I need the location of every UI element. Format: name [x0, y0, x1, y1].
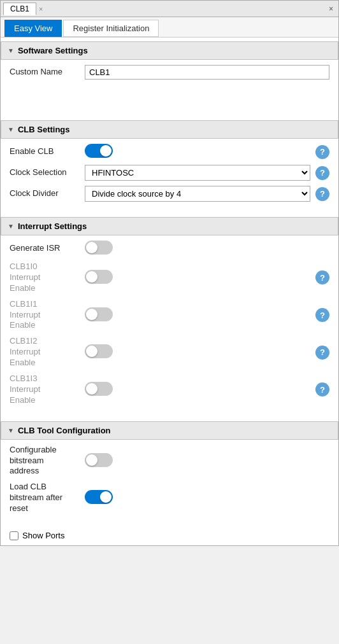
clb1i2-toggle[interactable] — [85, 344, 113, 358]
clb1i0-slider[interactable] — [85, 270, 113, 284]
clb1i1-toggle-wrap — [85, 307, 113, 321]
enable-clb-control — [85, 144, 310, 160]
custom-name-label: Custom Name — [10, 67, 80, 78]
clb1i3-label: CLB1I3InterruptEnable — [10, 374, 80, 406]
software-settings-arrow[interactable]: ▼ — [8, 47, 14, 54]
custom-name-row: Custom Name — [10, 65, 329, 80]
title-close-x[interactable]: × — [39, 5, 43, 13]
clb1i0-control — [85, 270, 310, 286]
content-area: ▼ Software Settings Custom Name ▼ CLB Se… — [1, 41, 338, 545]
clb1i3-row: CLB1I3InterruptEnable ? — [10, 374, 329, 406]
clb-settings-body: Enable CLB ? Clock Selection HFINTO — [1, 139, 338, 213]
enable-clb-toggle[interactable] — [85, 144, 113, 158]
clb1i1-slider[interactable] — [85, 307, 113, 321]
clb1i3-slider[interactable] — [85, 382, 113, 396]
clb1i3-control — [85, 382, 310, 398]
configurable-bitstream-label: Configurablebitstreamaddress — [10, 445, 80, 477]
configurable-bitstream-toggle[interactable] — [85, 453, 113, 467]
clb1i0-row: CLB1I0InterruptEnable ? — [10, 262, 329, 294]
clb-settings-arrow[interactable]: ▼ — [8, 126, 14, 133]
software-settings-title: Software Settings — [18, 46, 88, 55]
enable-clb-help[interactable]: ? — [315, 145, 329, 159]
generate-isr-toggle-wrap — [85, 241, 113, 255]
custom-name-control — [85, 65, 329, 80]
show-ports-label[interactable]: Show Ports — [22, 531, 64, 540]
configurable-bitstream-slider[interactable] — [85, 453, 113, 467]
title-tab[interactable]: CLB1 — [3, 3, 36, 15]
clb-settings-title: CLB Settings — [18, 125, 70, 134]
clb1i2-control — [85, 344, 310, 360]
tab-easy-view[interactable]: Easy View — [4, 20, 62, 37]
show-ports-row: Show Ports — [1, 526, 338, 545]
enable-clb-label: Enable CLB — [10, 146, 80, 157]
clock-selection-label: Clock Selection — [10, 167, 80, 178]
configurable-bitstream-row: Configurablebitstreamaddress — [10, 445, 329, 477]
clock-selection-row: Clock Selection HFINTOSC LFINTOSC FOSC M… — [10, 165, 329, 181]
clb1i3-toggle-wrap — [85, 382, 113, 396]
clb1i3-toggle[interactable] — [85, 382, 113, 396]
clb-settings-header: ▼ CLB Settings — [1, 120, 338, 139]
window-close-button[interactable]: × — [326, 4, 336, 13]
software-settings-body: Custom Name — [1, 60, 338, 116]
title-bar: CLB1 × × — [1, 1, 338, 17]
generate-isr-control — [85, 241, 329, 256]
generate-isr-row: Generate ISR — [10, 241, 329, 256]
clock-selection-select[interactable]: HFINTOSC LFINTOSC FOSC MFINTOSC — [85, 165, 310, 181]
interrupt-settings-body: Generate ISR CLB1I0InterruptEnable — [1, 235, 338, 417]
show-ports-checkbox[interactable] — [10, 531, 18, 540]
main-window: CLB1 × × Easy View Register Initializati… — [0, 0, 339, 546]
clb1i2-toggle-wrap — [85, 344, 113, 358]
enable-clb-slider[interactable] — [85, 144, 113, 158]
clb1i0-toggle-wrap — [85, 270, 113, 284]
custom-name-input[interactable] — [85, 65, 329, 80]
generate-isr-toggle[interactable] — [85, 241, 113, 255]
clb1i2-label: CLB1I2InterruptEnable — [10, 336, 80, 368]
clock-divider-control: Divide clock source by 1 Divide clock so… — [85, 186, 310, 202]
clb1i3-help[interactable]: ? — [315, 382, 329, 396]
load-clb-slider[interactable] — [85, 490, 113, 504]
clb1i1-row: CLB1I1InterruptEnable ? — [10, 299, 329, 332]
clock-selection-help[interactable]: ? — [315, 166, 329, 180]
clb1i0-label: CLB1I0InterruptEnable — [10, 262, 80, 294]
tab-register-init[interactable]: Register Initialization — [63, 20, 159, 37]
clock-divider-help[interactable]: ? — [315, 187, 329, 201]
interrupt-settings-title: Interrupt Settings — [18, 221, 87, 231]
configurable-bitstream-control — [85, 453, 329, 469]
clb-tool-config-header: ▼ CLB Tool Configuration — [1, 421, 338, 440]
load-clb-label: Load CLBbitstream afterreset — [10, 482, 80, 514]
clb-tool-config-arrow[interactable]: ▼ — [8, 427, 14, 434]
generate-isr-label: Generate ISR — [10, 243, 80, 254]
clb1i1-help[interactable]: ? — [315, 308, 329, 322]
clb1i1-label: CLB1I1InterruptEnable — [10, 299, 80, 332]
clb1i0-toggle[interactable] — [85, 270, 113, 284]
interrupt-settings-arrow[interactable]: ▼ — [8, 223, 14, 230]
enable-clb-toggle-wrap — [85, 144, 113, 158]
clb1i0-help[interactable]: ? — [315, 270, 329, 284]
clock-divider-row: Clock Divider Divide clock source by 1 D… — [10, 186, 329, 202]
clb1i2-slider[interactable] — [85, 344, 113, 358]
load-clb-toggle-wrap — [85, 490, 113, 504]
tabs-row: Easy View Register Initialization — [1, 17, 338, 38]
load-clb-toggle[interactable] — [85, 490, 113, 504]
title-bar-left: CLB1 × — [3, 3, 43, 15]
clock-divider-select[interactable]: Divide clock source by 1 Divide clock so… — [85, 186, 310, 202]
clb-tool-config-title: CLB Tool Configuration — [18, 426, 111, 435]
clock-divider-label: Clock Divider — [10, 188, 80, 199]
clb-tool-config-body: Configurablebitstreamaddress Load CLBbit… — [1, 440, 338, 526]
software-settings-header: ▼ Software Settings — [1, 41, 338, 60]
generate-isr-slider[interactable] — [85, 241, 113, 255]
clb1i1-control — [85, 307, 310, 323]
clb1i2-help[interactable]: ? — [315, 346, 329, 360]
interrupt-settings-header: ▼ Interrupt Settings — [1, 217, 338, 235]
clb1i2-row: CLB1I2InterruptEnable ? — [10, 336, 329, 368]
load-clb-row: Load CLBbitstream afterreset — [10, 482, 329, 514]
clb1i1-toggle[interactable] — [85, 307, 113, 321]
load-clb-control — [85, 490, 329, 506]
clock-selection-control: HFINTOSC LFINTOSC FOSC MFINTOSC — [85, 165, 310, 181]
configurable-bitstream-toggle-wrap — [85, 453, 113, 467]
enable-clb-row: Enable CLB ? — [10, 144, 329, 160]
